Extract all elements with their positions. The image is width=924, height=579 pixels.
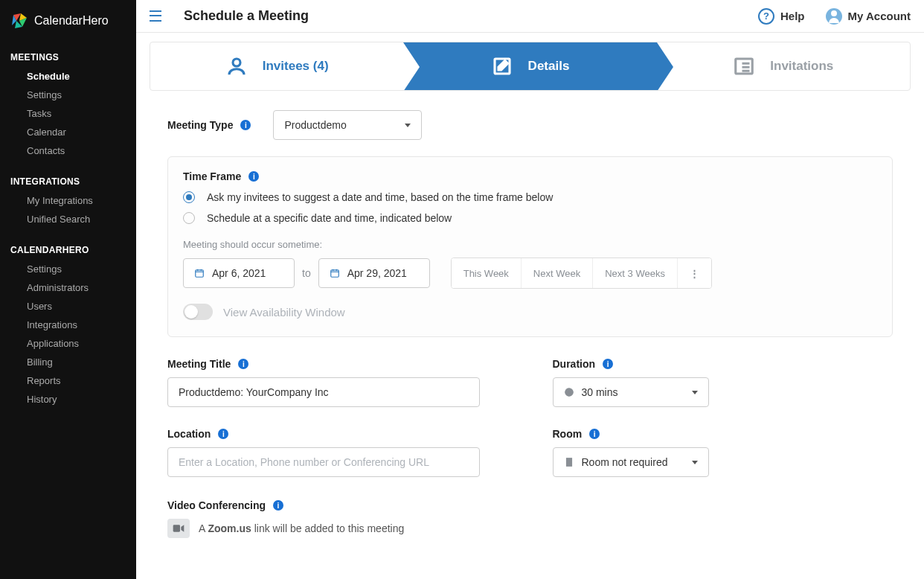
quick-next-week[interactable]: Next Week (521, 258, 592, 288)
step-invitations-label: Invitations (770, 59, 833, 74)
timeframe-option-suggest-label: Ask my invitees to suggest a date and ti… (207, 191, 553, 203)
nav-item-my-integrations[interactable]: My Integrations (0, 191, 136, 210)
main: Schedule a Meeting ? Help My Account Inv… (136, 0, 924, 579)
duration-value: 30 mins (582, 386, 618, 398)
video-conferencing-field: Video Conferencing i A Zoom.us link will… (167, 499, 893, 538)
timeframe-option-suggest[interactable]: Ask my invitees to suggest a date and ti… (183, 191, 877, 203)
nav-item-administrators[interactable]: Administrators (0, 278, 136, 297)
nav-item-billing[interactable]: Billing (0, 353, 136, 371)
nav-group-meetings: MEETINGS Schedule Settings Tasks Calenda… (0, 43, 136, 167)
radio-icon (183, 191, 195, 203)
availability-toggle[interactable] (183, 304, 213, 320)
step-details-label: Details (528, 59, 570, 74)
timeframe-hint: Meeting should occur sometime: (183, 239, 877, 250)
location-input[interactable] (167, 447, 480, 477)
my-account-link[interactable]: My Account (826, 8, 911, 25)
user-icon (225, 55, 248, 77)
video-info-prefix: A (199, 522, 208, 534)
help-label: Help (780, 10, 805, 22)
nav-item-settings[interactable]: Settings (0, 86, 136, 104)
room-field: Room i Room not required (553, 428, 893, 477)
date-from-value: Apr 6, 2021 (212, 267, 266, 279)
svg-rect-14 (196, 270, 204, 277)
date-from-input[interactable]: Apr 6, 2021 (183, 258, 295, 288)
availability-toggle-label: View Availability Window (223, 306, 345, 319)
nav-header-integrations: INTEGRATIONS (0, 172, 136, 191)
caret-down-icon (405, 124, 411, 127)
nav-item-reports[interactable]: Reports (0, 371, 136, 390)
meeting-title-input[interactable] (167, 377, 480, 407)
nav-item-unified-search[interactable]: Unified Search (0, 210, 136, 228)
info-icon[interactable]: i (218, 429, 228, 439)
room-label: Room i (553, 428, 893, 440)
calendar-icon (194, 268, 205, 278)
brand-name: CalendarHero (34, 14, 109, 28)
meeting-title-field: Meeting Title i (167, 358, 508, 407)
room-value: Room not required (582, 456, 668, 468)
info-icon[interactable]: i (240, 120, 251, 130)
video-conferencing-label-text: Video Conferencing (167, 499, 266, 511)
list-icon (733, 55, 755, 77)
room-select[interactable]: Room not required (553, 447, 709, 477)
video-info-bold: Zoom.us (208, 522, 251, 534)
nav-item-users[interactable]: Users (0, 297, 136, 316)
date-to-input[interactable]: Apr 29, 2021 (318, 258, 430, 288)
step-details[interactable]: Details (403, 42, 656, 90)
date-range-row: Apr 6, 2021 to Apr 29, 2021 This Week Ne… (183, 257, 877, 289)
nav-group-integrations: INTEGRATIONS My Integrations Unified Sea… (0, 167, 136, 236)
info-icon[interactable]: i (248, 171, 259, 182)
room-label-text: Room (553, 428, 583, 440)
location-label-text: Location (167, 428, 211, 440)
nav-header-calendarhero: CALENDARHERO (0, 240, 136, 260)
quick-range-group: This Week Next Week Next 3 Weeks ⋮ (451, 257, 712, 289)
meeting-title-label: Meeting Title i (167, 358, 508, 370)
svg-rect-18 (330, 270, 339, 277)
step-invitations[interactable]: Invitations (657, 42, 910, 90)
timeframe-option-specific[interactable]: Schedule at a specific date and time, in… (183, 212, 877, 224)
location-field: Location i (167, 428, 508, 477)
quick-next-3-weeks[interactable]: Next 3 Weeks (592, 258, 677, 288)
sidebar: CalendarHero MEETINGS Schedule Settings … (0, 0, 136, 579)
my-account-label: My Account (848, 10, 911, 22)
help-icon: ? (758, 8, 774, 25)
clock-icon (564, 387, 574, 397)
help-link[interactable]: ? Help (758, 8, 805, 25)
brand-logo[interactable]: CalendarHero (0, 7, 136, 43)
video-info-text: A Zoom.us link will be added to this mee… (199, 522, 404, 534)
info-icon[interactable]: i (273, 500, 283, 511)
page-title: Schedule a Meeting (184, 8, 309, 24)
caret-down-icon (692, 391, 698, 394)
info-icon[interactable]: i (589, 429, 600, 439)
date-to-label: to (302, 267, 311, 279)
menu-toggle-icon[interactable] (150, 9, 164, 24)
nav-item-contacts[interactable]: Contacts (0, 141, 136, 160)
topbar: Schedule a Meeting ? Help My Account (136, 0, 924, 33)
quick-more-button[interactable]: ⋮ (677, 258, 711, 288)
nav-item-applications[interactable]: Applications (0, 334, 136, 353)
step-invitees[interactable]: Invitees (4) (150, 42, 403, 90)
nav-item-history[interactable]: History (0, 390, 136, 409)
calendar-icon (330, 268, 340, 278)
nav-item-tasks[interactable]: Tasks (0, 104, 136, 123)
nav-item-integrations2[interactable]: Integrations (0, 316, 136, 334)
location-label: Location i (167, 428, 508, 440)
meeting-type-select[interactable]: Productdemo (273, 110, 422, 140)
nav-item-settings2[interactable]: Settings (0, 260, 136, 278)
step-invitees-label: Invitees (4) (263, 59, 329, 74)
timeframe-label: Time Frame i (183, 170, 877, 182)
nav-item-calendar[interactable]: Calendar (0, 123, 136, 141)
nav-header-meetings: MEETINGS (0, 48, 136, 67)
info-icon[interactable]: i (238, 359, 248, 369)
caret-down-icon (692, 461, 698, 464)
duration-label-text: Duration (553, 358, 596, 370)
date-to-value: Apr 29, 2021 (347, 267, 407, 279)
meeting-title-label-text: Meeting Title (167, 358, 231, 370)
quick-this-week[interactable]: This Week (452, 258, 521, 288)
video-icon (167, 519, 190, 538)
info-icon[interactable]: i (603, 359, 613, 369)
duration-select[interactable]: 30 mins (553, 377, 709, 407)
nav-item-schedule[interactable]: Schedule (0, 67, 136, 86)
wizard-steps: Invitees (4) Details Invitations (150, 42, 911, 91)
duration-field: Duration i 30 mins (553, 358, 893, 407)
video-info-suffix: link will be added to this meeting (251, 522, 404, 534)
